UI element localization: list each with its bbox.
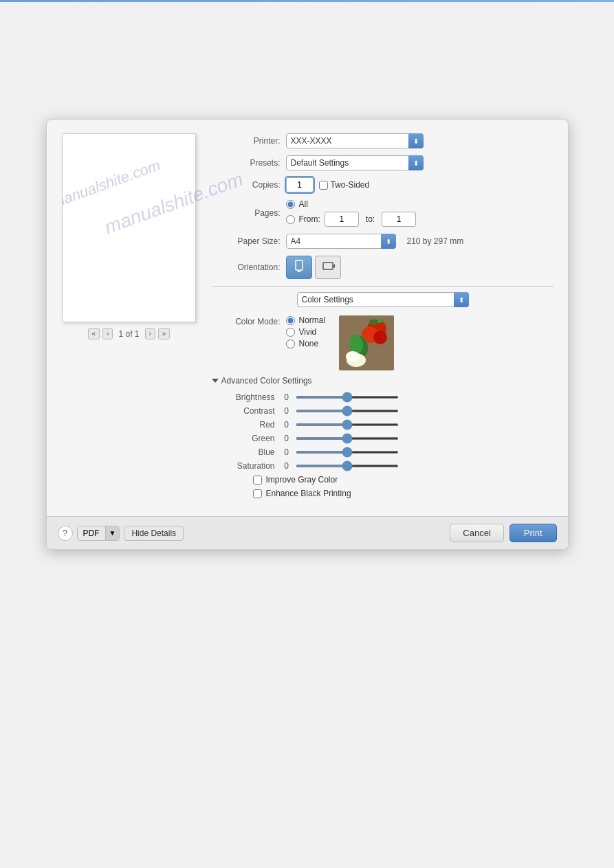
- enhance-black-checkbox[interactable]: [253, 489, 262, 498]
- blue-slider[interactable]: [296, 451, 399, 454]
- print-button[interactable]: Print: [509, 524, 557, 542]
- slider-saturation: Saturation 0: [212, 461, 554, 471]
- color-none-radio[interactable]: [286, 340, 295, 348]
- svg-rect-3: [323, 263, 333, 269]
- paper-size-value: A4 210 by 297 mm: [286, 234, 554, 249]
- nav-next-button[interactable]: ›: [145, 328, 155, 340]
- pages-to-input[interactable]: [382, 212, 416, 227]
- advanced-triangle-icon: [212, 379, 219, 383]
- two-sided-text: Two-Sided: [331, 180, 370, 190]
- section-divider: [212, 286, 554, 287]
- color-mode-label: Color Mode:: [212, 315, 281, 326]
- slider-blue-value: 0: [281, 447, 293, 457]
- presets-label: Presets:: [212, 158, 281, 168]
- print-dialog: manualshite.com « ‹ 1 of 1 › » Printer:: [46, 119, 569, 550]
- color-normal-text: Normal: [299, 315, 326, 325]
- advanced-toggle[interactable]: Advanced Color Settings: [212, 376, 554, 386]
- brightness-slider[interactable]: [296, 396, 399, 399]
- printer-select-wrapper: XXX-XXXX: [286, 133, 424, 148]
- slider-blue-label: Blue: [226, 447, 281, 457]
- dialog-body: manualshite.com « ‹ 1 of 1 › » Printer:: [47, 120, 568, 516]
- color-vivid-radio[interactable]: [286, 328, 295, 337]
- printer-value: XXX-XXXX: [286, 133, 554, 148]
- slider-green-value: 0: [281, 434, 293, 443]
- slider-red-value: 0: [281, 420, 293, 430]
- pages-row: Pages: All From: to:: [212, 199, 554, 227]
- cancel-label: Cancel: [463, 528, 490, 538]
- saturation-slider[interactable]: [296, 465, 399, 467]
- svg-point-9: [373, 331, 387, 344]
- presets-select-wrapper: Default Settings: [286, 155, 424, 170]
- color-settings-select-wrapper: Color Settings: [297, 292, 469, 307]
- copies-row: Copies: Two-Sided: [212, 177, 554, 192]
- contrast-slider[interactable]: [296, 410, 399, 412]
- printer-select[interactable]: XXX-XXXX: [286, 133, 424, 148]
- page-nav: « ‹ 1 of 1 › »: [88, 328, 171, 340]
- slider-green: Green 0: [212, 434, 554, 443]
- pdf-button-group: PDF ▼: [77, 526, 120, 541]
- paper-size-label: Paper Size:: [212, 236, 281, 246]
- hide-details-button[interactable]: Hide Details: [124, 526, 184, 541]
- presets-select[interactable]: Default Settings: [286, 155, 424, 170]
- page-indicator: 1 of 1: [118, 329, 139, 339]
- color-mode-row: Color Mode: Normal Vivid None: [212, 315, 554, 370]
- slider-contrast-value: 0: [281, 406, 293, 416]
- hide-details-label: Hide Details: [131, 528, 176, 538]
- color-normal-radio[interactable]: [286, 316, 295, 325]
- watermark-container: manualshite.com: [63, 134, 195, 322]
- pages-from-input[interactable]: [325, 212, 359, 227]
- slider-saturation-value: 0: [281, 461, 293, 471]
- footer-left: ? PDF ▼ Hide Details: [58, 526, 184, 541]
- red-slider[interactable]: [296, 423, 399, 426]
- pdf-main-button[interactable]: PDF: [78, 526, 105, 540]
- pages-from-label: From:: [299, 214, 320, 224]
- pages-all-label: All: [299, 199, 308, 209]
- nav-first-button[interactable]: «: [88, 328, 100, 340]
- pages-label: Pages:: [212, 208, 281, 218]
- color-settings-select[interactable]: Color Settings: [297, 292, 469, 307]
- top-rule: [0, 0, 614, 2]
- copies-value: Two-Sided: [286, 177, 554, 192]
- nav-prev-button[interactable]: ‹: [102, 328, 113, 340]
- color-none-text: None: [299, 339, 319, 348]
- enhance-black-row: Enhance Black Printing: [212, 489, 554, 498]
- color-normal-label: Normal: [286, 315, 326, 325]
- slider-saturation-label: Saturation: [226, 461, 281, 471]
- copies-label: Copies:: [212, 180, 281, 190]
- color-mode-options: Normal Vivid None: [286, 315, 326, 348]
- paper-size-row: Paper Size: A4 210 by 297 mm: [212, 234, 554, 249]
- sliders-container: Brightness 0 Contrast 0 Red 0: [212, 392, 554, 471]
- color-none-label: None: [286, 339, 326, 348]
- enhance-black-label: Enhance Black Printing: [266, 489, 351, 498]
- slider-brightness-value: 0: [281, 392, 293, 402]
- landscape-button[interactable]: [315, 256, 341, 279]
- nav-last-button[interactable]: »: [158, 328, 171, 340]
- svg-rect-0: [296, 260, 303, 270]
- portrait-button[interactable]: [286, 256, 312, 279]
- pages-from-radio[interactable]: [286, 215, 295, 224]
- slider-brightness: Brightness 0: [212, 392, 554, 402]
- pages-all-radio[interactable]: [286, 200, 295, 209]
- pdf-label: PDF: [83, 528, 100, 538]
- landscape-icon: [321, 259, 335, 273]
- cancel-button[interactable]: Cancel: [450, 524, 503, 542]
- copies-input[interactable]: [286, 177, 314, 192]
- watermark-text: manualshite.com: [63, 156, 163, 212]
- slider-red: Red 0: [212, 420, 554, 430]
- help-label: ?: [63, 528, 67, 538]
- pdf-arrow-button[interactable]: ▼: [105, 526, 120, 540]
- dialog-footer: ? PDF ▼ Hide Details Cancel: [47, 516, 568, 549]
- paper-size-select[interactable]: A4: [286, 234, 396, 249]
- footer-right: Cancel Print: [450, 524, 556, 542]
- orientation-label: Orientation:: [212, 263, 281, 272]
- slider-blue: Blue 0: [212, 447, 554, 457]
- pages-from-row: From: to:: [286, 212, 554, 227]
- improve-gray-checkbox[interactable]: [253, 476, 262, 485]
- pages-value: All From: to:: [286, 199, 554, 227]
- settings-panel: Printer: XXX-XXXX Presets:: [212, 133, 554, 502]
- help-button[interactable]: ?: [58, 526, 73, 541]
- page-wrapper: manualshite.com « ‹ 1 of 1 › » Printer:: [0, 0, 614, 868]
- two-sided-checkbox[interactable]: [319, 181, 328, 190]
- printer-label: Printer:: [212, 136, 281, 146]
- green-slider[interactable]: [296, 437, 399, 440]
